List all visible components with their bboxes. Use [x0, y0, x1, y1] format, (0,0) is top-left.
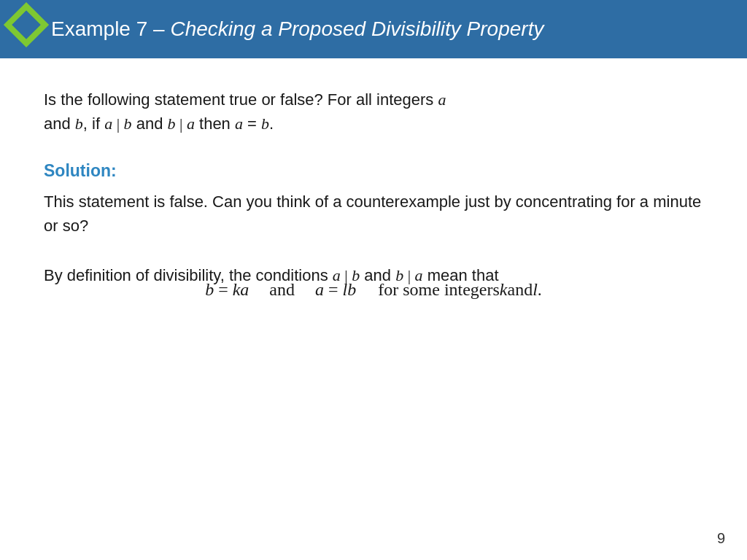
formula-eq2: =	[328, 280, 338, 300]
question-line1: Is the following statement true or false…	[44, 90, 438, 109]
q-a1: a	[438, 90, 446, 109]
q-a3: a	[187, 114, 195, 133]
formula-suffix: for some integers	[378, 280, 500, 300]
header-title: Example 7 – Checking a Proposed Divisibi…	[51, 18, 543, 41]
header-bar: Example 7 – Checking a Proposed Divisibi…	[0, 0, 747, 58]
formula-b: b	[205, 280, 214, 300]
solution-label: Solution:	[44, 161, 703, 181]
q-then: then	[195, 114, 235, 133]
q-pipe1: |	[112, 114, 123, 133]
formula-ka: ka	[233, 280, 249, 300]
formula-eq1: =	[218, 280, 228, 300]
q-and1: and	[132, 114, 168, 133]
question-paragraph: Is the following statement true or false…	[44, 88, 703, 136]
q-eq: =	[243, 114, 261, 133]
slide: Example 7 – Checking a Proposed Divisibi…	[0, 0, 747, 560]
solution-text: This statement is false. Can you think o…	[44, 190, 703, 238]
formula-k: k	[500, 280, 508, 300]
formula-a: a	[315, 280, 324, 300]
q-period: .	[269, 114, 274, 133]
diamond-logo	[10, 9, 42, 41]
header-title-normal: Example 7 –	[51, 18, 170, 40]
q-b2: b	[124, 114, 132, 133]
formula-l: l	[533, 280, 538, 300]
formula-period: .	[538, 280, 542, 300]
q-pipe2: |	[176, 114, 187, 133]
q-b4: b	[261, 114, 269, 133]
q-and: and	[44, 114, 75, 133]
q-b3: b	[168, 114, 176, 133]
formula-lb: lb	[343, 280, 357, 300]
q-a2: a	[104, 114, 112, 133]
formula-and: and	[269, 280, 295, 300]
content-area: Is the following statement true or false…	[0, 58, 747, 322]
formula-and2: and	[508, 280, 533, 300]
q-if: , if	[83, 114, 104, 133]
header-title-italic: Checking a Proposed Divisibility Propert…	[170, 18, 543, 40]
page-number: 9	[717, 530, 725, 547]
q-b1: b	[75, 114, 83, 133]
q-a4: a	[235, 114, 243, 133]
